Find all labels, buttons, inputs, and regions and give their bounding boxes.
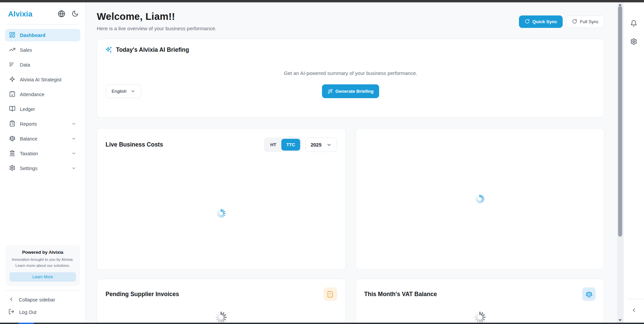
- generate-briefing-label: Generate Briefing: [335, 89, 373, 94]
- sidebar-item-taxation[interactable]: Taxation: [5, 147, 80, 160]
- sidebar-item-ledger[interactable]: Ledger: [5, 103, 80, 115]
- language-globe-button[interactable]: [58, 10, 65, 18]
- layout-dashboard-icon: [9, 32, 15, 39]
- sidebar: Alvixia: [0, 2, 86, 323]
- chart-card-loading: [356, 128, 605, 270]
- sidebar-item-label: Data: [20, 62, 30, 68]
- sidebar-item-label: Taxation: [20, 151, 38, 156]
- gear-icon: [630, 38, 637, 46]
- scrollbar-thumb[interactable]: [618, 6, 622, 237]
- toggle-ttc[interactable]: TTC: [281, 139, 300, 151]
- sidebar-item-label: Dashboard: [20, 33, 45, 38]
- pending-supplier-invoices-card: Pending Supplier Invoices: [97, 279, 346, 323]
- bar-chart-icon: [9, 61, 15, 69]
- sidebar-item-reports[interactable]: Reports: [5, 118, 80, 130]
- generate-briefing-button[interactable]: Generate Briefing: [322, 84, 379, 98]
- refresh-icon: [572, 19, 577, 25]
- page-title: Welcome, Liam!!: [97, 11, 216, 22]
- toggle-ht[interactable]: HT: [265, 139, 281, 151]
- clipboard-list-icon: [9, 120, 15, 128]
- sidebar-header: Alvixia: [0, 2, 85, 24]
- briefing-description: Get an AI-powered summary of your busine…: [105, 70, 596, 76]
- sidebar-item-label: Ledger: [20, 107, 35, 112]
- chevron-down-icon: [326, 142, 332, 148]
- chevron-down-icon: [71, 136, 76, 141]
- sidebar-item-label: Settings: [20, 166, 37, 171]
- card-title: Live Business Costs: [106, 141, 163, 148]
- ai-briefing-card: Today's Alvixia AI Briefing Get an AI-po…: [97, 39, 604, 118]
- moon-icon: [72, 10, 79, 18]
- browser-top-strip: [0, 0, 644, 2]
- live-business-costs-card: Live Business Costs HT TTC 2025: [97, 128, 346, 270]
- powered-by-box: Powered by Alvixia Innovation brought to…: [5, 245, 80, 286]
- main-content: Welcome, Liam!! Here is a live overview …: [86, 2, 617, 323]
- sidebar-item-label: Sales: [20, 47, 32, 53]
- collapse-sidebar-button[interactable]: Collapse sidebar: [5, 294, 80, 306]
- sidebar-item-data[interactable]: Data: [5, 58, 80, 71]
- loading-spinner: [475, 194, 485, 204]
- chevron-down-icon: [130, 89, 135, 94]
- sidebar-item-ai-strategist[interactable]: Alvixia AI Strategist: [5, 73, 80, 86]
- page-subtitle: Here is a live overview of your business…: [97, 26, 216, 31]
- notifications-button[interactable]: [630, 20, 637, 28]
- vat-balance-card: This Month's VAT Balance: [356, 279, 605, 323]
- app-window: Alvixia: [0, 0, 644, 324]
- wand-icon: [328, 89, 333, 94]
- powered-title: Powered by Alvixia: [9, 250, 76, 255]
- collapse-sidebar-label: Collapse sidebar: [19, 297, 55, 302]
- scale-icon: [582, 287, 596, 301]
- language-select[interactable]: English: [106, 84, 141, 98]
- year-select[interactable]: 2025: [305, 137, 337, 152]
- briefing-title: Today's Alvixia AI Briefing: [116, 46, 189, 53]
- book-open-icon: [9, 106, 15, 113]
- gear-icon: [9, 165, 15, 172]
- collapse-panel-button[interactable]: [631, 307, 637, 313]
- ht-ttc-toggle-group: HT TTC: [264, 137, 301, 152]
- settings-rail-button[interactable]: [630, 38, 637, 46]
- sidebar-item-sales[interactable]: Sales: [5, 44, 80, 56]
- sparkles-icon: [105, 46, 112, 53]
- sidebar-item-settings[interactable]: Settings: [5, 162, 80, 174]
- scale-icon: [9, 135, 15, 143]
- sidebar-item-balance[interactable]: Balance: [5, 132, 80, 145]
- globe-icon: [58, 10, 65, 18]
- sidebar-nav: Dashboard Sales Data Alvixia AI Strategi…: [0, 25, 85, 177]
- rail-divider: [627, 299, 644, 299]
- logout-icon: [8, 309, 14, 316]
- quick-sync-button[interactable]: Quick Sync: [519, 15, 563, 28]
- quick-sync-label: Quick Sync: [532, 19, 557, 24]
- scrollbar-down-arrow[interactable]: [618, 319, 622, 321]
- powered-body: Innovation brought to you by Alvixia. Le…: [9, 257, 76, 269]
- file-warning-icon: [324, 287, 337, 301]
- loading-spinner: [216, 208, 226, 218]
- landmark-icon: [9, 150, 15, 157]
- loading-spinner: [215, 311, 228, 323]
- sidebar-item-attendance[interactable]: Attendance: [5, 88, 80, 100]
- language-value: English: [112, 89, 126, 94]
- sparkle-icon: [9, 76, 15, 83]
- chevron-down-icon: [71, 121, 76, 126]
- chevron-left-icon: [8, 296, 14, 303]
- scrollbar-up-arrow[interactable]: [618, 4, 622, 6]
- sidebar-item-label: Reports: [20, 121, 37, 127]
- sidebar-item-label: Alvixia AI Strategist: [20, 77, 62, 82]
- chevron-down-icon: [71, 166, 76, 171]
- browser-bottom-strip: [0, 323, 644, 324]
- sidebar-item-label: Attendance: [20, 92, 44, 97]
- vertical-scrollbar[interactable]: [617, 2, 623, 323]
- logout-button[interactable]: Log Out: [5, 306, 80, 318]
- sidebar-item-label: Balance: [20, 136, 37, 141]
- sidebar-item-dashboard[interactable]: Dashboard: [5, 29, 80, 41]
- card-title: Pending Supplier Invoices: [106, 291, 179, 298]
- learn-more-button[interactable]: Learn More: [9, 272, 76, 282]
- year-value: 2025: [311, 142, 321, 148]
- app-logo: Alvixia: [8, 10, 32, 18]
- dark-mode-toggle[interactable]: [72, 10, 79, 18]
- loading-spinner: [474, 311, 486, 323]
- refresh-icon: [525, 19, 530, 25]
- trending-up-icon: [9, 46, 15, 54]
- logout-label: Log Out: [19, 310, 37, 315]
- bell-icon: [630, 20, 637, 28]
- full-sync-button[interactable]: Full Sync: [566, 15, 604, 28]
- chevron-left-icon: [631, 307, 637, 313]
